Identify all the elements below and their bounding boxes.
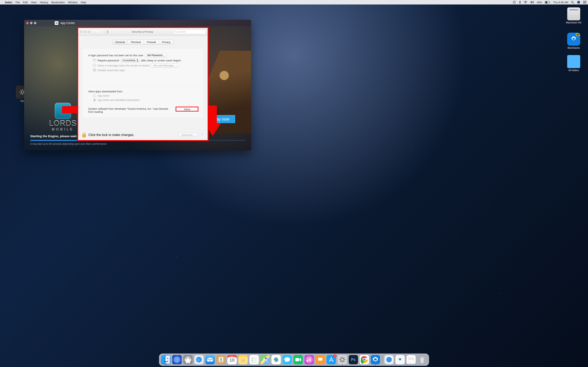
nav-back-forward[interactable]: ‹ › <box>91 30 103 34</box>
disable-autologin-label: Disable automatic login <box>98 69 125 72</box>
engine-hint-text: It may take up to 40 seconds depending u… <box>30 142 245 145</box>
game-title: LORDS <box>49 119 77 128</box>
set-lock-message-button: Set Lock Message… <box>151 63 178 67</box>
after-sleep-label: after sleep or screen saver begins <box>141 59 181 62</box>
prefs-search-field[interactable]: Search <box>173 30 206 34</box>
menubar-item-bookmarks[interactable]: Bookmarks <box>52 1 65 4</box>
security-privacy-window: ‹ › Security & Privacy Search General Fi… <box>78 28 208 140</box>
tab-privacy[interactable]: Privacy <box>159 40 173 44</box>
search-icon <box>175 31 177 33</box>
search-placeholder: Search <box>178 30 186 33</box>
require-password-label: Require password <box>98 59 119 62</box>
tab-firewall[interactable]: Firewall <box>144 40 159 44</box>
window-minimize-button[interactable] <box>30 22 33 24</box>
svg-rect-17 <box>108 32 109 32</box>
svg-point-11 <box>21 91 24 93</box>
allow-appstore-radio <box>93 94 96 97</box>
allow-button[interactable]: Allow <box>176 107 198 111</box>
blocked-software-message: System software from developer “Oracle A… <box>88 107 173 113</box>
svg-rect-19 <box>107 33 108 33</box>
allow-apps-from-label: Allow apps downloaded from: <box>88 90 123 93</box>
allow-identified-label: App Store and identified developers <box>98 99 140 101</box>
window-close-button[interactable] <box>26 22 29 24</box>
window-zoom-button[interactable] <box>87 31 90 33</box>
require-password-delay-select[interactable]: immediately <box>121 58 139 62</box>
window-minimize-button[interactable] <box>84 31 86 33</box>
set-password-button[interactable]: Set Password… <box>145 53 167 57</box>
lock-icon[interactable] <box>82 132 86 138</box>
menubar-item-file[interactable]: File <box>16 1 20 4</box>
tab-filevault[interactable]: FileVault <box>128 40 144 44</box>
login-password-message: A login password has not been set for th… <box>88 54 143 57</box>
nav-back-button[interactable]: ‹ <box>92 30 97 34</box>
menubar-app-name[interactable]: Safari <box>5 1 12 4</box>
nav-forward-button[interactable]: › <box>97 30 103 34</box>
menubar-item-history[interactable]: History <box>40 1 48 4</box>
prefs-window-title: Security & Privacy <box>113 30 172 33</box>
svg-rect-20 <box>108 33 109 33</box>
appcenter-title: App Center <box>61 21 75 25</box>
appcenter-titlebar[interactable]: 🛍 App Center <box>24 20 251 26</box>
svg-rect-16 <box>107 32 108 32</box>
show-lock-message-checkbox <box>93 64 96 67</box>
svg-rect-14 <box>108 31 109 31</box>
lock-message: Click the lock to make changes. <box>88 133 134 137</box>
allow-appstore-label: App Store <box>98 94 109 97</box>
show-all-button[interactable] <box>104 30 112 34</box>
prefs-toolbar: ‹ › Security & Privacy Search <box>78 28 208 36</box>
menubar-item-view[interactable]: View <box>31 1 37 4</box>
show-lock-message-label: Show a message when the screen is locked <box>98 64 149 67</box>
window-zoom-button[interactable] <box>34 22 36 24</box>
tab-general[interactable]: General <box>112 40 128 44</box>
disable-autologin-checkbox <box>93 69 96 72</box>
svg-rect-13 <box>107 31 108 31</box>
svg-point-21 <box>175 31 177 32</box>
prefs-body: A login password has not been set for th… <box>82 48 204 118</box>
svg-rect-15 <box>106 32 107 32</box>
game-subtitle: MOBILE <box>52 128 74 131</box>
svg-rect-18 <box>106 33 107 33</box>
prefs-tabs: General FileVault Firewall Privacy <box>78 40 208 44</box>
menubar: Safari File Edit View History Bookmarks … <box>0 0 294 4</box>
menubar-item-edit[interactable]: Edit <box>23 1 27 4</box>
appcenter-app-icon: 🛍 <box>55 21 58 25</box>
prefs-footer: Click the lock to make changes. Advanced… <box>78 130 208 140</box>
advanced-button: Advanced… <box>178 133 198 137</box>
help-button[interactable]: ? <box>200 133 204 137</box>
window-close-button[interactable] <box>80 31 82 33</box>
allow-identified-radio <box>93 99 96 101</box>
svg-rect-12 <box>106 31 107 31</box>
menubar-item-window[interactable]: Window <box>68 1 77 4</box>
require-password-checkbox[interactable] <box>93 59 96 62</box>
menubar-item-help[interactable]: Help <box>81 1 86 4</box>
svg-rect-22 <box>82 134 86 137</box>
